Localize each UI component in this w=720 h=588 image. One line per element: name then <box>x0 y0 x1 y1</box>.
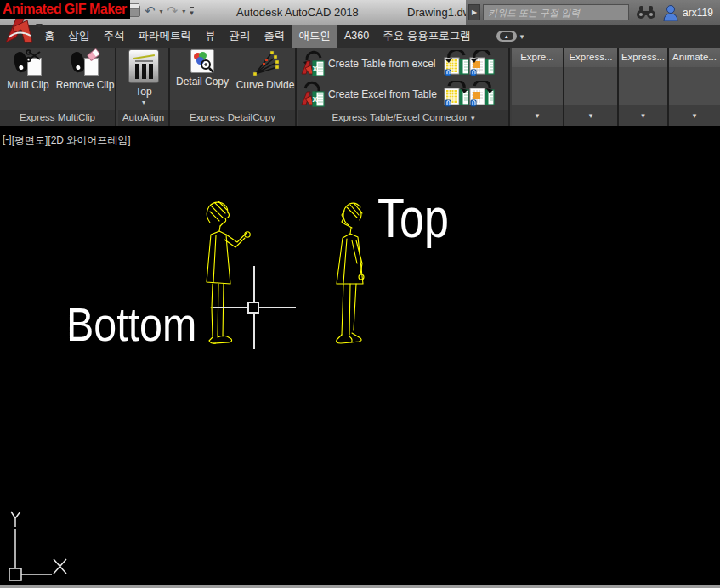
curve-divide-button[interactable]: Curve Divide <box>235 49 296 109</box>
undo-icon[interactable]: ↶ <box>145 3 156 19</box>
panel-collapsed-express-3[interactable]: Express... ▾ <box>619 48 669 126</box>
animated-gif-maker-overlay: Animated GIF Maker <box>0 0 130 19</box>
search-binoculars-icon[interactable] <box>636 5 656 20</box>
panel-caption-autoalign[interactable]: AutoAlign <box>118 110 168 126</box>
ucs-y-label <box>11 512 20 527</box>
ribbon: Multi Clip Remove Clip Express MultiClip… <box>0 48 720 127</box>
drawing-canvas[interactable]: [-] [평면도] [2D 와이어프레임] Bottom Top <box>0 127 720 585</box>
collapsed-panel-expand-icon[interactable]: ▾ <box>512 105 563 126</box>
caption-text: Express Table/Excel Connector <box>332 112 468 122</box>
annotation-top-text: Top <box>377 190 449 246</box>
window-bottom-edge <box>0 585 720 588</box>
align-dropdown-icon[interactable]: ▾ <box>142 99 145 106</box>
figure-bottom-person <box>202 199 255 347</box>
tab-insert[interactable]: 삽입 <box>62 25 97 48</box>
create-excel-from-table-button[interactable]: X Create Excel from Table <box>300 80 508 109</box>
caption-dropdown-icon[interactable]: ▾ <box>471 114 475 122</box>
search-expand-icon[interactable]: ▶ <box>468 4 480 20</box>
excel-export-linked-icon[interactable] <box>444 81 469 108</box>
ribbon-collapse-button[interactable]: ▴ <box>496 31 517 42</box>
remove-clip-button[interactable]: Remove Clip <box>54 49 116 109</box>
collapsed-panel-expand-icon[interactable]: ▾ <box>669 105 720 126</box>
multi-clip-icon <box>14 49 43 76</box>
ucs-x-label <box>54 559 66 574</box>
viewport-controls: [-] [평면도] [2D 와이어프레임] <box>3 133 131 148</box>
acad-to-excel-icon: X <box>300 50 326 77</box>
tab-annotate[interactable]: 주석 <box>97 25 132 48</box>
excel-export-data-icon[interactable] <box>469 81 495 108</box>
user-avatar-icon[interactable] <box>663 4 678 21</box>
viewport-collapse-control[interactable]: [-] <box>3 133 12 148</box>
align-top-icon <box>128 49 159 83</box>
ribbon-collapse-dropdown-icon[interactable]: ▾ <box>520 32 524 41</box>
undo-dropdown-icon[interactable]: ▾ <box>160 8 163 15</box>
annotation-bottom-text: Bottom <box>66 302 196 348</box>
multi-clip-button[interactable]: Multi Clip <box>0 49 56 109</box>
tab-addins[interactable]: 애드인 <box>292 25 338 48</box>
search-input[interactable] <box>483 4 629 20</box>
panel-collapsed-express-1[interactable]: Expre... ▾ <box>512 48 564 126</box>
collapsed-panel-expand-icon[interactable]: ▾ <box>564 105 617 126</box>
collapsed-panel-label: Express... <box>564 48 617 67</box>
collapsed-panel-label: Animate... <box>669 48 720 67</box>
panel-collapsed-express-2[interactable]: Express... ▾ <box>564 48 619 126</box>
customize-qat-icon[interactable]: ▾ <box>190 7 194 16</box>
redo-icon[interactable]: ↷ <box>167 3 179 19</box>
detail-copy-icon <box>190 49 214 73</box>
ribbon-tab-bar: 홈 삽입 주석 파라메트릭 뷰 관리 출력 애드인 A360 주요 응용프로그램… <box>0 25 720 48</box>
collapse-chevron-icon: ▴ <box>500 32 513 40</box>
excel-to-acad-icon: X <box>300 81 326 108</box>
remove-clip-icon <box>71 49 99 76</box>
tab-parametric[interactable]: 파라메트릭 <box>132 25 199 48</box>
tab-a360[interactable]: A360 <box>337 25 376 48</box>
quick-access-toolbar: ↶ ▾ ↷ ▾ ▾ <box>126 3 194 19</box>
panel-caption-express-detailcopy[interactable]: Express DetailCopy <box>170 110 295 126</box>
excel-table-linked-icon[interactable] <box>444 50 469 77</box>
panel-autoalign: Top ▾ AutoAlign <box>118 48 170 126</box>
curve-divide-icon <box>252 49 279 76</box>
tab-output[interactable]: 출력 <box>258 25 292 48</box>
signed-in-username[interactable]: arx119 <box>683 7 713 19</box>
tab-view[interactable]: 뷰 <box>198 25 223 48</box>
tab-manage[interactable]: 관리 <box>223 25 258 48</box>
autoalign-top-button[interactable]: Top ▾ <box>116 49 172 109</box>
infocenter-bar: ▶ arx119 <box>466 0 720 25</box>
collapsed-panel-label: Expre... <box>512 48 563 67</box>
collapsed-panel-expand-icon[interactable]: ▾ <box>619 105 667 126</box>
panel-caption-table-excel-connector[interactable]: Express Table/Excel Connector▾ <box>298 110 508 126</box>
viewport-view-control[interactable]: [평면도] <box>12 133 48 148</box>
panel-collapsed-animate[interactable]: Animate... ▾ <box>669 48 720 126</box>
ucs-icon[interactable] <box>4 506 82 585</box>
panel-table-excel-connector: X Create Table from excel <box>298 48 510 126</box>
tab-featured-apps[interactable]: 주요 응용프로그램 <box>376 25 477 48</box>
collapsed-panel-label: Express... <box>619 48 667 67</box>
panel-express-detailcopy: Detail Copy Curve Divide Express DetailC… <box>170 48 297 126</box>
panel-caption-express-multiclip[interactable]: Express MultiClip <box>0 110 115 126</box>
svg-text:X: X <box>312 95 317 104</box>
viewport-visual-style-control[interactable]: [2D 와이어프레임] <box>48 133 130 148</box>
svg-text:X: X <box>312 65 317 73</box>
create-table-from-excel-button[interactable]: X Create Table from excel <box>300 49 508 78</box>
figure-top-person <box>335 201 372 347</box>
redo-dropdown-icon[interactable]: ▾ <box>182 8 185 15</box>
detail-copy-button[interactable]: Detail Copy <box>173 49 232 109</box>
autocad-window: { "overlay": { "label": "Animated GIF Ma… <box>0 0 720 588</box>
app-title: Autodesk AutoCAD 2018 <box>236 0 359 25</box>
crosshair-pickbox <box>247 302 259 314</box>
excel-table-data-icon[interactable] <box>469 50 495 77</box>
panel-express-multiclip: Multi Clip Remove Clip Express MultiClip <box>0 48 116 126</box>
